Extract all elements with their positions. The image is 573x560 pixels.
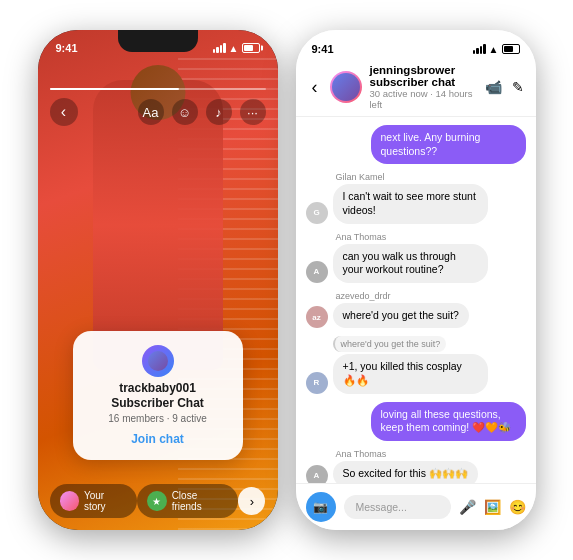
chat-header: ‹ jenningsbrower subscriber chat 30 acti…: [296, 58, 536, 117]
image-icon[interactable]: 🖼️: [484, 499, 501, 515]
sender-avatar: A: [306, 261, 328, 283]
text-tool-button[interactable]: Aa: [138, 99, 164, 125]
sticker-button[interactable]: ☺: [172, 99, 198, 125]
message-row: loving all these questions, keep them co…: [306, 402, 526, 441]
video-call-icon[interactable]: 📹: [485, 79, 502, 95]
message-row: next live. Any burning questions??: [306, 125, 526, 164]
message-bubble-sent: next live. Any burning questions??: [371, 125, 526, 164]
message-row: azevedo_drdr az where'd you get the suit…: [306, 291, 526, 329]
time-left: 9:41: [56, 42, 78, 54]
signal-icon-right: [473, 44, 486, 54]
chat-input-bar: 📷 Message... 🎤 🖼️ 😊: [296, 483, 536, 530]
more-options-button[interactable]: ···: [240, 99, 266, 125]
emoji-icon[interactable]: 😊: [509, 499, 526, 515]
notch-right: [376, 30, 456, 52]
story-back-button[interactable]: ‹: [50, 98, 78, 126]
close-friends-button[interactable]: ★ Close friends: [137, 484, 238, 518]
right-phone: 9:41 ▲ ‹: [296, 30, 536, 530]
mic-icon[interactable]: 🎤: [459, 499, 476, 515]
wifi-icon-right: ▲: [489, 44, 499, 55]
message-sender: azevedo_drdr: [306, 291, 526, 301]
music-button[interactable]: ♪: [206, 99, 232, 125]
message-content: R +1, you killed this cosplay 🔥🔥: [306, 354, 526, 393]
message-content: A can you walk us through your workout r…: [306, 244, 526, 283]
message-content: G I can't wait to see more stunt videos!: [306, 184, 526, 223]
close-friends-label: Close friends: [172, 490, 229, 512]
story-bottom-bar: Your story ★ Close friends ›: [38, 484, 278, 518]
signal-icon: [213, 43, 226, 53]
message-input[interactable]: Message...: [344, 495, 451, 519]
sender-avatar: G: [306, 202, 328, 224]
message-bubble: +1, you killed this cosplay 🔥🔥: [333, 354, 488, 393]
status-icons-right: ▲: [473, 44, 520, 55]
chat-header-info: jenningsbrower subscriber chat 30 active…: [370, 64, 477, 110]
story-top-bar: ‹ Aa ☺ ♪ ···: [38, 58, 278, 126]
input-action-icons: 🎤 🖼️ 😊: [459, 499, 526, 515]
message-row: where'd you get the suit? R +1, you kill…: [306, 336, 526, 393]
message-content: az where'd you get the suit?: [306, 303, 526, 329]
message-content: next live. Any burning questions??: [306, 125, 526, 164]
sender-avatar: A: [306, 465, 328, 483]
sender-avatar: az: [306, 306, 328, 328]
chat-overlay-members: 16 members · 9 active: [89, 413, 227, 424]
status-bar-left: 9:41 ▲: [38, 30, 278, 58]
chat-header-sub: 30 active now · 14 hours left: [370, 88, 477, 110]
time-right: 9:41: [312, 43, 334, 55]
message-row: Ana Thomas A can you walk us through you…: [306, 232, 526, 283]
message-content: loving all these questions, keep them co…: [306, 402, 526, 441]
message-row: Ana Thomas A So excited for this 🙌🙌🙌: [306, 449, 526, 483]
battery-icon-right: [502, 44, 520, 54]
message-bubble: can you walk us through your workout rou…: [333, 244, 488, 283]
chat-back-button[interactable]: ‹: [308, 75, 322, 100]
chat-header-name: jenningsbrower subscriber chat: [370, 64, 477, 88]
close-friends-icon: ★: [147, 491, 166, 511]
message-bubble: where'd you get the suit?: [333, 303, 469, 329]
left-phone: 9:41 ▲ ‹: [38, 30, 278, 530]
message-content: A So excited for this 🙌🙌🙌: [306, 461, 526, 483]
battery-icon: [242, 43, 260, 53]
wifi-icon: ▲: [229, 43, 239, 54]
message-sender: Ana Thomas: [306, 449, 526, 459]
chat-header-avatar: [330, 71, 362, 103]
user-avatar-small: [60, 491, 79, 511]
join-chat-button[interactable]: Join chat: [89, 432, 227, 446]
camera-button[interactable]: 📷: [306, 492, 336, 522]
chat-overlay-subtitle-label: Subscriber Chat: [89, 396, 227, 410]
story-progress-fill: [50, 88, 180, 90]
your-story-button[interactable]: Your story: [50, 484, 138, 518]
chat-header-actions: 📹 ✎: [485, 79, 524, 95]
message-row: Gilan Kamel G I can't wait to see more s…: [306, 172, 526, 223]
sender-avatar: R: [306, 372, 328, 394]
call-icon[interactable]: ✎: [512, 79, 524, 95]
chat-overlay-title: trackbaby001: [89, 381, 227, 395]
chat-view: 9:41 ▲ ‹: [296, 30, 536, 530]
chat-overlay-avatar: [142, 345, 174, 377]
story-controls: ‹ Aa ☺ ♪ ···: [50, 98, 266, 126]
camera-icon: 📷: [313, 500, 328, 514]
your-story-label: Your story: [84, 490, 127, 512]
story-progress-bar: [50, 88, 266, 90]
message-bubble-sent: loving all these questions, keep them co…: [371, 402, 526, 441]
message-bubble: So excited for this 🙌🙌🙌: [333, 461, 478, 483]
story-right-controls: Aa ☺ ♪ ···: [138, 99, 266, 125]
message-sender: Ana Thomas: [306, 232, 526, 242]
reply-preview: where'd you get the suit?: [333, 336, 447, 352]
message-bubble: I can't wait to see more stunt videos!: [333, 184, 488, 223]
next-story-button[interactable]: ›: [238, 487, 265, 515]
chat-overlay-card: trackbaby001 Subscriber Chat 16 members …: [73, 331, 243, 460]
messages-list: next live. Any burning questions?? Gilan…: [296, 117, 536, 483]
status-icons-left: ▲: [213, 43, 260, 54]
message-sender: Gilan Kamel: [306, 172, 526, 182]
